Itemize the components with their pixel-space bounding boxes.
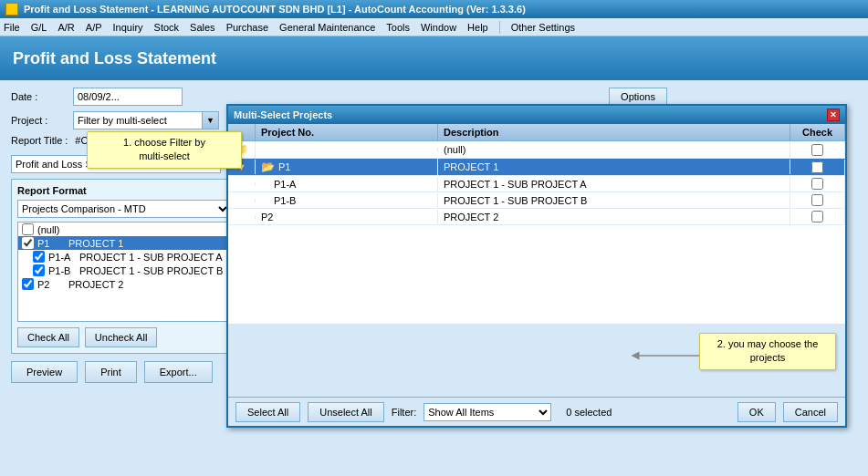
report-format-panel: Report Format Projects Comparison - MTD … <box>11 179 237 354</box>
dialog-footer: Select All Unselect All Filter: Show All… <box>228 397 845 426</box>
menu-tools[interactable]: Tools <box>386 22 410 33</box>
list-item-p1-label: PROJECT 1 <box>68 238 123 249</box>
callout-2-text: 2. you may choose theprojects <box>717 338 819 363</box>
row-project-no-p1: 📂P1 <box>256 159 438 175</box>
folder-open-icon-p1: 📂 <box>261 160 275 173</box>
list-item-p1b-id: P1-B <box>48 265 76 276</box>
format-select[interactable]: Projects Comparison - MTD <box>17 200 231 218</box>
list-item-p2[interactable]: P2 PROJECT 2 <box>18 277 230 291</box>
menu-gl[interactable]: G/L <box>31 22 47 33</box>
col-check: Check <box>790 124 845 140</box>
project-dropdown[interactable]: Filter by multi-select ▼ <box>73 111 219 129</box>
export-button[interactable]: Export... <box>144 361 213 383</box>
dialog-row-p2[interactable]: P2 PROJECT 2 <box>228 209 845 225</box>
list-item-p1-id: P1 <box>37 238 65 249</box>
dialog-table-body: 📁 (null) ▼ 📂P1 PROJECT 1 P1-A PROJECT 1 <box>228 141 845 324</box>
filter-select[interactable]: Show All Items <box>424 403 551 421</box>
menu-file[interactable]: File <box>4 22 20 33</box>
list-item-p1b-label: PROJECT 1 - SUB PROJECT B <box>79 265 223 276</box>
checkbox-p2[interactable] <box>22 278 34 290</box>
row-desc-p1a: PROJECT 1 - SUB PROJECT A <box>438 177 790 191</box>
row-expand-p1a <box>228 182 256 186</box>
menu-ap[interactable]: A/P <box>86 22 102 33</box>
menu-inquiry[interactable]: Inquiry <box>113 22 143 33</box>
checkbox-p1a[interactable] <box>33 251 45 263</box>
main-content: Date : Options Project : Filter by multi… <box>0 80 868 476</box>
checkbox-null[interactable] <box>22 223 34 235</box>
list-item-p1[interactable]: P1 PROJECT 1 <box>18 236 230 250</box>
callout-2-arrow <box>626 342 699 369</box>
check-buttons: Check All Uncheck All <box>17 327 231 347</box>
print-button[interactable]: Print <box>85 361 137 383</box>
row-check-p1a <box>790 176 845 191</box>
dialog-table-header: Project No. Description Check <box>228 124 845 141</box>
ok-button[interactable]: OK <box>737 402 776 422</box>
col-description: Description <box>438 124 790 140</box>
report-format-title: Report Format <box>17 185 231 196</box>
dialog-checkbox-p1[interactable] <box>811 161 823 173</box>
row-check-null <box>790 142 845 158</box>
menu-window[interactable]: Window <box>421 22 456 33</box>
checkbox-p1b[interactable] <box>33 264 45 276</box>
list-item-p1a-label: PROJECT 1 - SUB PROJECT A <box>79 252 223 263</box>
project-label: Project : <box>11 115 66 126</box>
filter-label: Filter: <box>392 407 417 418</box>
uncheck-all-button[interactable]: Uncheck All <box>85 327 157 347</box>
list-item-p1a-id: P1-A <box>48 252 76 263</box>
app-icon <box>5 3 18 16</box>
callout-2: 2. you may choose theprojects <box>699 333 836 370</box>
menu-bar: File G/L A/R A/P Inquiry Stock Sales Pur… <box>0 18 868 36</box>
page-header: Profit and Loss Statement <box>0 36 868 80</box>
project-dropdown-arrow[interactable]: ▼ <box>202 112 218 129</box>
dialog-row-p1[interactable]: ▼ 📂P1 PROJECT 1 <box>228 159 845 176</box>
dialog-close-button[interactable]: ✕ <box>827 109 840 121</box>
dialog-body: Project No. Description Check 📁 (null) ▼… <box>228 124 845 397</box>
check-all-button[interactable]: Check All <box>17 327 79 347</box>
row-check-p1 <box>790 160 845 175</box>
menu-purchase[interactable]: Purchase <box>226 22 268 33</box>
row-desc-null: (null) <box>438 142 790 157</box>
options-button[interactable]: Options <box>609 88 667 106</box>
dialog-row-p1a[interactable]: P1-A PROJECT 1 - SUB PROJECT A <box>228 176 845 192</box>
row-project-no-p1a: P1-A <box>256 177 438 191</box>
dialog-title-bar: Multi-Select Projects ✕ <box>228 106 845 124</box>
project-list: (null) P1 PROJECT 1 P1-A PROJECT 1 - SUB… <box>17 222 231 322</box>
title-bar: Profit and Loss Statement - LEARNING AUT… <box>0 0 868 18</box>
checkbox-p1[interactable] <box>22 237 34 249</box>
dialog-checkbox-null[interactable] <box>811 144 823 156</box>
project-dropdown-value: Filter by multi-select <box>74 113 202 128</box>
unselect-all-button[interactable]: Unselect All <box>308 402 383 422</box>
row-desc-p2: PROJECT 2 <box>438 210 790 224</box>
menu-sales[interactable]: Sales <box>190 22 215 33</box>
page-title: Profit and Loss Statement <box>13 49 216 68</box>
list-item-null-label: (null) <box>37 224 59 235</box>
select-all-button[interactable]: Select All <box>235 402 300 422</box>
dialog-title: Multi-Select Projects <box>234 109 332 120</box>
list-item-p1b[interactable]: P1-B PROJECT 1 - SUB PROJECT B <box>29 264 230 277</box>
date-label: Date : <box>11 91 66 102</box>
dialog-checkbox-p2[interactable] <box>811 211 823 222</box>
list-item-p1a[interactable]: P1-A PROJECT 1 - SUB PROJECT A <box>29 250 230 264</box>
cancel-button[interactable]: Cancel <box>783 402 838 422</box>
title-bar-text: Profit and Loss Statement - LEARNING AUT… <box>24 4 526 15</box>
row-check-p2 <box>790 209 845 224</box>
row-project-no-null <box>256 148 438 151</box>
menu-help[interactable]: Help <box>467 22 488 33</box>
dialog-checkbox-p1a[interactable] <box>811 178 823 190</box>
col-project-no: Project No. <box>256 124 438 140</box>
menu-stock[interactable]: Stock <box>154 22 180 33</box>
dialog-checkbox-p1b[interactable] <box>811 194 823 206</box>
row-desc-p1: PROJECT 1 <box>438 160 790 174</box>
menu-ar[interactable]: A/R <box>58 22 74 33</box>
callout-1: 1. choose Filter bymulti-select <box>87 131 242 169</box>
date-input[interactable] <box>73 88 183 106</box>
menu-general-maintenance[interactable]: General Maintenance <box>279 22 375 33</box>
list-item-p2-label: PROJECT 2 <box>68 279 123 290</box>
dialog-row-p1b[interactable]: P1-B PROJECT 1 - SUB PROJECT B <box>228 192 845 209</box>
list-item-null[interactable]: (null) <box>18 222 230 236</box>
menu-other-settings[interactable]: Other Settings <box>511 22 575 33</box>
multi-select-dialog: Multi-Select Projects ✕ Project No. Desc… <box>226 104 847 428</box>
dialog-row-null[interactable]: 📁 (null) <box>228 141 845 159</box>
row-check-p1b <box>790 192 845 208</box>
preview-button[interactable]: Preview <box>11 361 78 383</box>
